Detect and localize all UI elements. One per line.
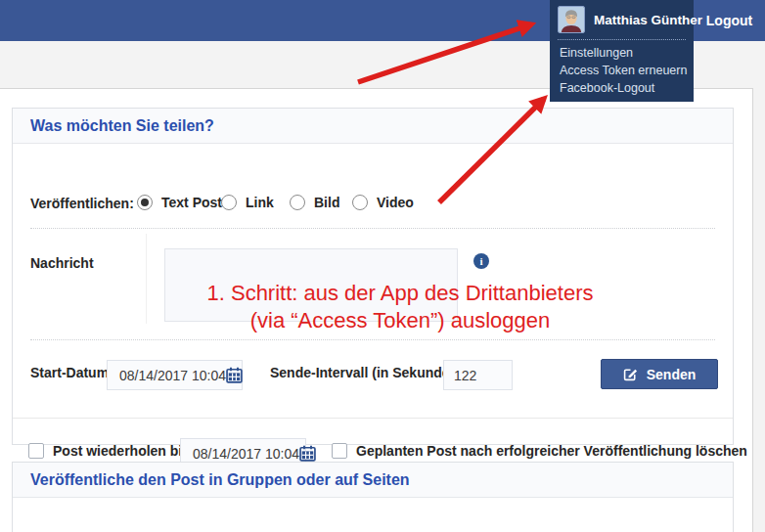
user-dropdown-menu: Matthias Günther Einstellungen Access To… [550, 0, 694, 102]
repeat-date-value: 08/14/2017 10:04 [181, 446, 299, 462]
user-name[interactable]: Matthias Günther [594, 13, 702, 27]
info-icon[interactable]: i [473, 253, 489, 269]
menu-items: Einstellungen Access Token erneuern Face… [550, 40, 694, 97]
menu-item-access-token[interactable]: Access Token erneuern [550, 62, 694, 79]
edit-icon [623, 367, 638, 381]
radio-video[interactable] [352, 195, 368, 210]
radio-link-label[interactable]: Link [246, 195, 274, 210]
section-separator [13, 418, 733, 419]
radio-text-post-label[interactable]: Text Post [161, 195, 222, 210]
send-button-label: Senden [647, 367, 697, 382]
row-separator [30, 228, 715, 229]
calendar-icon[interactable] [299, 445, 316, 462]
delete-after-checkbox-label[interactable]: Geplanten Post nach erfolgreicher Veröff… [356, 443, 747, 459]
groups-panel: Veröffentliche den Post in Gruppen oder … [12, 462, 734, 532]
app-root: Logout Matthias Günther Einstellungen Ac… [0, 0, 765, 532]
menu-item-einstellungen[interactable]: Einstellungen [550, 44, 694, 62]
publish-type-label: Veröffentlichen: [30, 196, 134, 211]
user-avatar[interactable] [558, 6, 585, 33]
repeat-option: Post wiederholen bis [28, 443, 190, 459]
delete-after-checkbox[interactable] [332, 443, 347, 459]
groups-panel-title: Veröffentliche den Post in Gruppen oder … [13, 463, 733, 497]
row-separator [30, 339, 715, 340]
column-divider [146, 234, 147, 324]
post-type-option-text-post: Text Post [137, 195, 222, 210]
start-date-value: 08/14/2017 10:04 [108, 368, 226, 383]
message-textarea[interactable] [164, 248, 458, 322]
repeat-checkbox[interactable] [28, 443, 44, 459]
radio-bild-label[interactable]: Bild [314, 195, 339, 210]
radio-link[interactable] [221, 195, 237, 210]
share-panel-header: Was möchten Sie teilen? [13, 109, 733, 144]
delete-after-option: Geplanten Post nach erfolgreicher Veröff… [332, 443, 747, 459]
menu-item-facebook-logout[interactable]: Facebook-Logout [550, 79, 694, 97]
interval-label: Sende-Intervall (in Sekunden) [270, 365, 463, 380]
start-date-label: Start-Datum [30, 365, 109, 380]
interval-input[interactable] [443, 360, 513, 390]
logout-button[interactable]: Logout [694, 0, 765, 41]
share-panel: Was möchten Sie teilen? Veröffentlichen:… [12, 108, 734, 445]
post-type-option-video: Video [352, 195, 414, 210]
start-date-input[interactable]: 08/14/2017 10:04 [107, 360, 243, 390]
calendar-icon[interactable] [226, 367, 243, 383]
repeat-checkbox-label[interactable]: Post wiederholen bis [53, 443, 190, 459]
post-type-option-bild: Bild [290, 195, 339, 210]
radio-text-post[interactable] [137, 195, 153, 210]
send-button[interactable]: Senden [601, 359, 718, 389]
groups-panel-header: Veröffentliche den Post in Gruppen oder … [13, 463, 733, 498]
radio-bild[interactable] [290, 195, 305, 210]
share-panel-title: Was möchten Sie teilen? [13, 109, 733, 143]
message-label: Nachricht [30, 255, 94, 271]
user-menu-toggle[interactable]: Matthias Günther [550, 0, 694, 39]
post-type-option-link: Link [221, 195, 274, 210]
radio-video-label[interactable]: Video [377, 195, 414, 210]
